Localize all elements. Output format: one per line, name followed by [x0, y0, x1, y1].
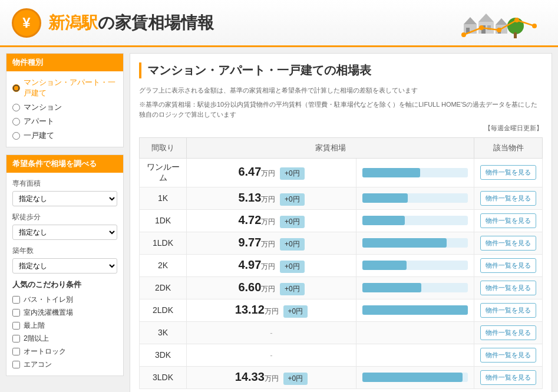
radio-item-apartment[interactable]: アパート	[12, 116, 117, 127]
view-properties-button[interactable]: 物件一覧を見る	[480, 348, 536, 363]
svg-rect-11	[514, 32, 517, 38]
table-row: 3DK-物件一覧を見る	[140, 344, 543, 366]
checkbox-2nd-floor-input[interactable]	[12, 335, 20, 342]
main-container: 物件種別 マンション・アパート・一戸建て マンション アパート	[0, 47, 558, 392]
action-cell: 物件一覧を見る	[474, 187, 543, 209]
radio-item-mansion[interactable]: マンション	[12, 102, 117, 113]
checkbox-washer-input[interactable]	[12, 309, 20, 317]
table-row: 2LDK13.12万円 +0円物件一覧を見る	[140, 299, 543, 321]
radio-mansion[interactable]	[12, 104, 20, 111]
bar-fill	[362, 305, 468, 315]
price-big: 13.12	[235, 303, 265, 316]
bar-bg	[362, 168, 468, 177]
bar-fill	[362, 216, 405, 225]
area-label: 専有面積	[12, 179, 117, 189]
checkbox-2nd-floor-label: 2階以上	[24, 334, 49, 344]
bar-fill	[362, 283, 421, 292]
checkbox-top-floor-input[interactable]	[12, 322, 20, 330]
col-property-header: 該当物件	[474, 137, 543, 158]
col-room-header: 間取り	[140, 137, 187, 158]
svg-marker-1	[464, 17, 477, 24]
price-big: 14.33	[235, 370, 265, 383]
view-properties-button[interactable]: 物件一覧を見る	[480, 303, 536, 318]
table-row: 3K-物件一覧を見る	[140, 321, 543, 344]
no-data-dash: -	[270, 328, 272, 337]
view-properties-button[interactable]: 物件一覧を見る	[480, 370, 536, 385]
view-properties-button[interactable]: 物件一覧を見る	[480, 213, 536, 228]
view-properties-button[interactable]: 物件一覧を見る	[480, 191, 536, 206]
bar-cell	[356, 209, 474, 232]
view-properties-button[interactable]: 物件一覧を見る	[480, 258, 536, 273]
age-label: 築年数	[12, 246, 117, 256]
search-section-body: 専有面積 指定なし 駅徒歩分 指定なし 築年数 指定なし	[6, 173, 123, 375]
table-row: 1LDK9.77万円 +0円物件一覧を見る	[140, 232, 543, 254]
bar-fill	[362, 193, 408, 203]
radio-label-all: マンション・アパート・一戸建て	[24, 77, 117, 98]
header: ¥ 新潟駅の家賃相場情報	[0, 0, 558, 47]
table-row: 3LDK14.33万円 +0円物件一覧を見る	[140, 366, 543, 388]
svg-point-13	[479, 25, 484, 30]
rent-diff: +0円	[283, 373, 308, 385]
price-big: 4.72	[238, 213, 261, 226]
property-type-section: 物件種別 マンション・アパート・一戸建て マンション アパート	[6, 53, 124, 147]
view-properties-button[interactable]: 物件一覧を見る	[480, 281, 536, 295]
room-type-cell: 3DK	[140, 344, 187, 366]
bar-bg	[362, 238, 468, 248]
radio-house[interactable]	[12, 132, 20, 140]
radio-all[interactable]	[12, 84, 20, 92]
rent-diff: +0円	[280, 238, 305, 251]
age-select[interactable]: 指定なし	[12, 258, 117, 274]
walk-label: 駅徒歩分	[12, 212, 117, 222]
bar-cell	[356, 158, 474, 187]
checkbox-bath[interactable]: バス・トイレ別	[12, 295, 117, 305]
radio-apartment[interactable]	[12, 118, 20, 126]
bar-cell	[356, 254, 474, 276]
svg-marker-8	[496, 18, 507, 25]
checkbox-autolock[interactable]: オートロック	[12, 347, 117, 357]
bar-cell	[356, 187, 474, 209]
svg-point-15	[514, 18, 519, 22]
action-cell: 物件一覧を見る	[474, 209, 543, 232]
radio-item-house[interactable]: 一戸建て	[12, 130, 117, 141]
table-row: ワンルーム6.47万円 +0円物件一覧を見る	[140, 158, 543, 187]
price-unit: 万円	[265, 374, 279, 383]
bar-bg	[362, 305, 468, 315]
checkbox-autolock-input[interactable]	[12, 348, 20, 355]
price-unit: 万円	[265, 307, 279, 315]
popular-condition-title: 人気のこだわり条件	[12, 279, 117, 290]
checkbox-aircon-label: エアコン	[24, 360, 52, 370]
bar-fill	[362, 373, 463, 382]
view-properties-button[interactable]: 物件一覧を見る	[480, 236, 536, 251]
area-select[interactable]: 指定なし	[12, 191, 117, 206]
checkbox-2nd-floor[interactable]: 2階以上	[12, 334, 117, 344]
action-cell: 物件一覧を見る	[474, 232, 543, 254]
checkbox-bath-input[interactable]	[12, 296, 20, 304]
view-properties-button[interactable]: 物件一覧を見る	[480, 325, 536, 340]
action-cell: 物件一覧を見る	[474, 276, 543, 299]
svg-point-12	[461, 32, 466, 37]
rent-price-cell: 6.47万円 +0円	[187, 158, 356, 187]
content-title: マンション・アパート・一戸建ての相場表	[139, 62, 543, 78]
station-name: 新潟駅	[48, 14, 98, 32]
header-title: 新潟駅の家賃相場情報	[48, 12, 214, 34]
content: マンション・アパート・一戸建ての相場表 グラフ上に表示される金額は、基準の家賃相…	[130, 53, 552, 392]
checkbox-aircon-input[interactable]	[12, 361, 20, 368]
checkbox-top-floor[interactable]: 最上階	[12, 321, 117, 331]
rent-price-cell: 13.12万円 +0円	[187, 299, 356, 321]
svg-marker-4	[478, 14, 494, 22]
checkbox-washer[interactable]: 室内洗濯機置場	[12, 308, 117, 318]
price-unit: 万円	[261, 262, 275, 271]
svg-point-14	[497, 28, 501, 32]
rent-diff: +0円	[280, 261, 305, 273]
room-type-cell: 2DK	[140, 276, 187, 299]
price-unit: 万円	[261, 218, 275, 226]
checkbox-aircon[interactable]: エアコン	[12, 360, 117, 370]
rent-price-cell: -	[187, 321, 356, 344]
radio-item-all[interactable]: マンション・アパート・一戸建て	[12, 77, 117, 98]
bar-bg	[362, 261, 468, 270]
rent-diff: +0円	[280, 216, 305, 228]
walk-select[interactable]: 指定なし	[12, 225, 117, 240]
view-properties-button[interactable]: 物件一覧を見る	[480, 165, 536, 180]
price-big: 4.97	[238, 258, 261, 271]
checkbox-autolock-label: オートロック	[24, 347, 66, 357]
